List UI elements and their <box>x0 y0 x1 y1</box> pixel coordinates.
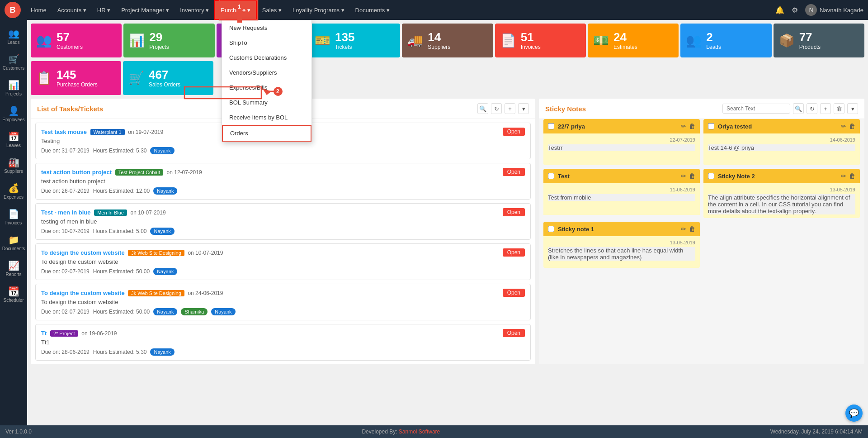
task-title[interactable]: Test task mouse <box>41 129 87 135</box>
stat-projects[interactable]: 📊 29 Projects <box>123 24 214 57</box>
invoices-icon: 📄 <box>8 209 19 219</box>
stat-tickets[interactable]: 🎫 135 Tickets <box>309 24 400 57</box>
nav-inventory[interactable]: Inventory ▾ <box>175 0 214 20</box>
stat-sales-orders[interactable]: 🛒 467 Sales Orders <box>123 61 213 95</box>
sidebar-item-expenses[interactable]: 💰 Expenses <box>0 178 27 204</box>
sticky-note: Sticky Note 2 ✏ 🗑 13-05-2019 The align a… <box>703 169 860 218</box>
nav-loyalty-programs[interactable]: Loyality Programs ▾ <box>287 0 350 20</box>
task-badge: Test Project Cobalt <box>115 169 163 176</box>
sticky-note: Test ✏ 🗑 11-06-2019 Test from mobile <box>543 169 700 218</box>
nav-documents[interactable]: Documents ▾ <box>350 0 395 20</box>
sticky-search-btn[interactable]: 🔍 <box>793 103 804 114</box>
sticky-add-btn[interactable]: + <box>820 103 831 114</box>
tasks-panel-title[interactable]: List of Tasks/Tickets <box>37 105 103 113</box>
sticky-title: Sticky note 1 <box>558 226 594 233</box>
sticky-delete-icon[interactable]: 🗑 <box>849 172 855 180</box>
tasks-add-btn[interactable]: + <box>505 103 515 114</box>
task-title[interactable]: To design the custom website <box>41 249 125 256</box>
settings-icon[interactable]: ⚙ <box>792 6 798 14</box>
menu-receive-items[interactable]: Receive Items by BOL <box>222 110 311 125</box>
stat-suppliers[interactable]: 🚚 14 Suppliers <box>402 24 493 57</box>
sticky-refresh-btn[interactable]: ↻ <box>807 103 817 114</box>
menu-new-requests[interactable]: New Requests <box>222 20 311 35</box>
sidebar-item-documents[interactable]: 📁 Documents <box>0 230 27 256</box>
task-title[interactable]: Tt <box>41 330 47 337</box>
task-assignee: Nayank <box>150 228 174 235</box>
stat-purchase-orders[interactable]: 📋 145 Purchase Orders <box>31 61 121 95</box>
nav-sales[interactable]: Sales ▾ <box>257 0 287 20</box>
sticky-content: Test 14-6 @ priya <box>708 144 855 151</box>
sticky-title: Sticky Note 2 <box>718 173 755 180</box>
task-status: Open <box>503 208 525 216</box>
sticky-edit-icon[interactable]: ✏ <box>841 123 846 130</box>
menu-vendors-suppliers[interactable]: Vendors/Suppliers <box>222 65 311 80</box>
sticky-edit-icon[interactable]: ✏ <box>681 123 686 130</box>
so-count: 467 <box>149 69 180 81</box>
sidebar-item-projects[interactable]: 📊 Projects <box>0 75 27 101</box>
sticky-panel-title[interactable]: Sticky Notes <box>545 105 586 113</box>
projects-stat-icon: 📊 <box>129 33 145 48</box>
nav-purchase[interactable]: Purchase ▾ <box>214 0 257 20</box>
sticky-panel-header: Sticky Notes 🔍 ↻ + 🗑 ▾ <box>539 99 864 119</box>
stat-leads[interactable]: 👥 2 Leads <box>680 24 771 57</box>
sticky-expand-btn[interactable]: ▾ <box>847 103 858 114</box>
sticky-edit-icon[interactable]: ✏ <box>841 172 846 180</box>
sticky-checkbox[interactable] <box>548 226 554 232</box>
sticky-delete-icon[interactable]: 🗑 <box>689 172 695 180</box>
sticky-edit-icon[interactable]: ✏ <box>681 172 686 180</box>
tasks-expand-btn[interactable]: ▾ <box>518 103 529 114</box>
sticky-body: 22-07-2019 Testrr <box>543 133 700 165</box>
menu-customs-declarations[interactable]: Customs Declarations <box>222 50 311 65</box>
app-logo[interactable]: B <box>5 2 21 18</box>
nav-hr[interactable]: HR ▾ <box>92 0 116 20</box>
stat-invoices[interactable]: 📄 51 Invoices <box>495 24 586 57</box>
task-title[interactable]: Test - men in blue <box>41 209 91 216</box>
task-date: on 10-07-2019 <box>131 209 166 216</box>
task-status: Open <box>503 168 525 176</box>
sticky-checkbox[interactable] <box>708 123 714 129</box>
menu-bol-summary[interactable]: BOL Summary <box>222 95 311 110</box>
sticky-checkbox[interactable] <box>708 173 714 179</box>
task-item: test action button project Test Project … <box>35 163 531 200</box>
po-label: Purchase Orders <box>57 81 98 88</box>
task-title[interactable]: To design the custom website <box>41 290 125 296</box>
sticky-content: Test from mobile <box>548 194 695 201</box>
menu-expenses-bills[interactable]: Expenses/Bills <box>222 80 311 95</box>
stat-products[interactable]: 📦 77 Products <box>774 24 864 57</box>
notification-icon[interactable]: 🔔 <box>775 6 784 14</box>
sticky-body: 14-06-2019 Test 14-6 @ priya <box>703 133 860 165</box>
suppliers-count: 14 <box>428 31 450 43</box>
sticky-edit-icon[interactable]: ✏ <box>681 225 686 233</box>
menu-orders[interactable]: Orders <box>222 125 311 142</box>
task-hours: Hours Estimated: 12.00 <box>93 188 150 194</box>
sticky-delete-icon[interactable]: 🗑 <box>689 225 695 233</box>
stat-customers[interactable]: 👥 57 Customers <box>31 24 122 57</box>
tasks-search-btn[interactable]: 🔍 <box>477 103 488 114</box>
sticky-note-header: Sticky Note 2 ✏ 🗑 <box>703 169 860 183</box>
sticky-delete-btn[interactable]: 🗑 <box>834 103 844 114</box>
tasks-refresh-btn[interactable]: ↻ <box>491 103 502 114</box>
sticky-search-input[interactable] <box>722 104 790 114</box>
sidebar-item-leaves[interactable]: 📅 Leaves <box>0 127 27 152</box>
sidebar-item-employees[interactable]: 👤 Employees <box>0 101 27 127</box>
sidebar-item-reports[interactable]: 📈 Reports <box>0 256 27 281</box>
sidebar-item-scheduler[interactable]: 📆 Scheduler <box>0 281 27 307</box>
menu-shipto[interactable]: ShipTo <box>222 35 311 50</box>
user-menu[interactable]: N Navnath Kagade <box>805 4 863 16</box>
nav-home[interactable]: Home <box>25 0 52 20</box>
sidebar-item-customers[interactable]: 🛒 Customers <box>0 49 27 75</box>
sidebar-item-leads[interactable]: 👥 Leads <box>0 24 27 49</box>
sidebar-item-invoices[interactable]: 📄 Invoices <box>0 204 27 230</box>
sticky-delete-icon[interactable]: 🗑 <box>689 123 695 130</box>
nav-accounts[interactable]: Accounts ▾ <box>52 0 92 20</box>
sidebar-item-suppliers[interactable]: 🏭 Suppliers <box>0 152 27 178</box>
sticky-delete-icon[interactable]: 🗑 <box>849 123 855 130</box>
chat-bubble[interactable]: 💬 <box>845 405 863 422</box>
sticky-checkbox[interactable] <box>548 123 554 129</box>
task-title[interactable]: test action button project <box>41 169 112 176</box>
task-desc: To design the custom website <box>41 258 525 265</box>
sticky-content: Testrr <box>548 144 695 151</box>
nav-project-manager[interactable]: Project Manager ▾ <box>116 0 175 20</box>
sticky-checkbox[interactable] <box>548 173 554 179</box>
stat-estimates[interactable]: 💵 24 Estimates <box>588 24 679 57</box>
